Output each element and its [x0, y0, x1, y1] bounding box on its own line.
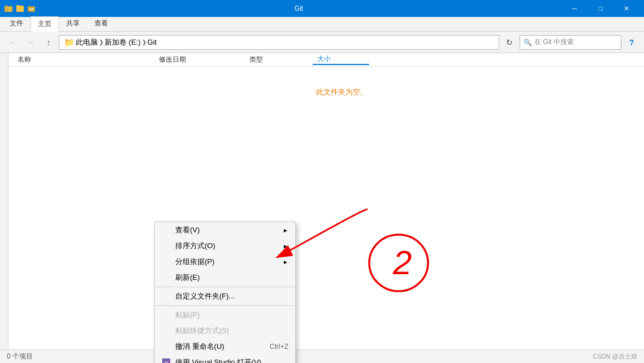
- menu-label-group: 分组依据(P): [175, 257, 214, 267]
- menu-item-refresh[interactable]: 刷新(E): [155, 270, 295, 286]
- path-arrow-1: ❯: [99, 39, 103, 45]
- address-bar: ← → ↑ 📁 此电脑 ❯ 新加卷 (E:) ❯ Git ↻ 🔍 在 Git 中…: [0, 32, 644, 53]
- menu-label-undo: 撤消 重命名(U): [175, 342, 224, 352]
- address-path[interactable]: 📁 此电脑 ❯ 新加卷 (E:) ❯ Git: [59, 35, 499, 50]
- search-icon: 🔍: [524, 38, 532, 46]
- app-icon-3: [27, 4, 36, 13]
- menu-icon-refresh: [162, 273, 171, 282]
- back-button[interactable]: ←: [5, 34, 20, 50]
- status-bar: 0 个项目 CSDN @吉士煌: [0, 349, 644, 363]
- menu-arrow-group: ►: [283, 259, 288, 265]
- app-icon-2: [16, 4, 25, 13]
- menu-arrow-sort: ►: [283, 243, 288, 249]
- csdn-watermark: CSDN @吉士煌: [593, 352, 637, 361]
- tab-home[interactable]: 主页: [31, 16, 59, 32]
- vs-icon: V: [162, 358, 171, 363]
- menu-label-paste-shortcut: 粘贴快捷方式(S): [175, 326, 229, 336]
- column-headers: 名称 修改日期 类型 大小: [8, 53, 644, 67]
- close-button[interactable]: ✕: [613, 0, 639, 17]
- path-git-label: Git: [148, 38, 157, 46]
- menu-label-vs: 使用 Visual Studio 打开(V): [175, 357, 261, 363]
- title-bar-controls: ─ □ ✕: [561, 0, 639, 17]
- main-content: 名称 修改日期 类型 大小 此文件夹为空。 查看(V) ► 排序方式(O) ►: [8, 53, 644, 349]
- app-icon-1: [5, 4, 14, 13]
- window-title: Git: [40, 5, 558, 12]
- menu-item-undo[interactable]: 撤消 重命名(U) Ctrl+Z: [155, 339, 295, 355]
- svg-rect-2: [16, 6, 24, 12]
- ribbon-tabs: 文件 主页 共享 查看: [0, 17, 644, 32]
- tab-view[interactable]: 查看: [87, 16, 115, 31]
- menu-item-paste[interactable]: 粘贴(P): [155, 307, 295, 323]
- menu-icon-paste: [162, 310, 171, 319]
- path-folder-icon: 📁: [64, 37, 75, 47]
- svg-rect-4: [28, 6, 35, 12]
- menu-item-group[interactable]: 分组依据(P) ►: [155, 254, 295, 270]
- menu-item-view[interactable]: 查看(V) ►: [155, 222, 295, 238]
- title-bar: Git ─ □ ✕: [0, 0, 644, 17]
- menu-label-customize: 自定义文件夹(F)...: [175, 291, 235, 301]
- menu-icon-undo: [162, 342, 171, 351]
- path-segment-git: Git: [148, 38, 157, 46]
- tab-share[interactable]: 共享: [59, 16, 87, 31]
- svg-rect-3: [16, 5, 19, 6]
- col-header-type[interactable]: 类型: [245, 55, 313, 64]
- context-menu: 查看(V) ► 排序方式(O) ► 分组依据(P) ► 刷新(E): [154, 222, 296, 363]
- path-segment-drive: 新加卷 (E:) ❯: [105, 37, 146, 47]
- svg-rect-1: [5, 6, 8, 7]
- menu-sep-2: [155, 305, 295, 306]
- menu-icon-sort: [162, 241, 171, 250]
- menu-icon-customize: [162, 292, 171, 301]
- content-area: 名称 修改日期 类型 大小 此文件夹为空。 查看(V) ► 排序方式(O) ►: [0, 53, 644, 349]
- svg-rect-0: [5, 6, 12, 12]
- menu-label-refresh: 刷新(E): [175, 273, 200, 283]
- menu-item-paste-shortcut[interactable]: 粘贴快捷方式(S): [155, 323, 295, 339]
- menu-icon-group: [162, 257, 171, 266]
- search-placeholder: 在 Git 中搜索: [534, 37, 574, 47]
- menu-item-sort[interactable]: 排序方式(O) ►: [155, 238, 295, 254]
- forward-button[interactable]: →: [23, 34, 38, 50]
- minimize-button[interactable]: ─: [561, 0, 587, 17]
- menu-arrow-view: ►: [283, 227, 288, 234]
- status-right: CSDN @吉士煌: [593, 352, 637, 361]
- menu-label-paste: 粘贴(P): [175, 310, 200, 320]
- left-panel: [0, 53, 8, 349]
- tab-file[interactable]: 文件: [2, 16, 31, 31]
- path-arrow-2: ❯: [142, 39, 146, 45]
- empty-folder-message: 此文件夹为空。: [316, 87, 368, 97]
- menu-icon-view: [162, 226, 171, 235]
- help-button[interactable]: ?: [624, 34, 639, 50]
- menu-label-sort: 排序方式(O): [175, 241, 215, 251]
- path-pc-label: 此电脑: [76, 37, 98, 47]
- menu-shortcut-undo: Ctrl+Z: [270, 343, 288, 351]
- menu-item-customize[interactable]: 自定义文件夹(F)...: [155, 288, 295, 304]
- menu-sep-1: [155, 287, 295, 287]
- search-box[interactable]: 🔍 在 Git 中搜索: [520, 35, 621, 50]
- path-drive-label: 新加卷 (E:): [105, 37, 141, 47]
- refresh-button[interactable]: ↻: [502, 34, 517, 50]
- col-header-size[interactable]: 大小: [313, 54, 369, 65]
- up-button[interactable]: ↑: [41, 34, 57, 50]
- menu-label-view: 查看(V): [175, 225, 200, 235]
- menu-icon-paste-shortcut: [162, 326, 171, 335]
- col-header-modified[interactable]: 修改日期: [154, 55, 245, 64]
- menu-item-vs[interactable]: V 使用 Visual Studio 打开(V): [155, 355, 295, 363]
- maximize-button[interactable]: □: [587, 0, 613, 17]
- item-count: 0 个项目: [7, 352, 33, 361]
- path-segment-pc: 此电脑 ❯: [76, 37, 103, 47]
- col-header-name[interactable]: 名称: [13, 55, 154, 64]
- title-bar-app-icons: [5, 4, 36, 13]
